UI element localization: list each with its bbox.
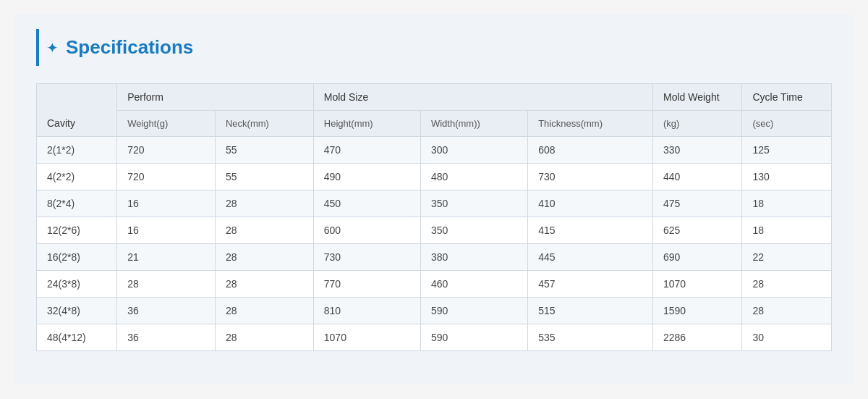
cell-cycletime: 125 [742,137,832,164]
cell-height: 810 [313,298,420,324]
table-row: 2(1*2)72055470300608330125 [37,137,832,164]
col-header-cycletime: Cycle Time [742,84,832,111]
cell-cycletime: 18 [742,217,832,244]
cell-cavity: 16(2*8) [37,244,117,271]
cell-moldweight: 1590 [653,298,742,324]
col-sub-width: Width(mm)) [420,111,527,137]
cell-width: 380 [420,244,527,271]
cell-cavity: 2(1*2) [37,137,117,164]
cell-width: 590 [420,324,527,351]
cell-moldweight: 625 [653,217,742,244]
cell-weight: 16 [117,190,216,217]
table-body: 2(1*2)720554703006083301254(2*2)72055490… [37,137,832,351]
cell-width: 480 [420,164,527,190]
cell-cavity: 24(3*8) [37,271,117,298]
cell-height: 450 [313,190,420,217]
cell-cycletime: 28 [742,271,832,298]
cell-thickness: 730 [528,164,653,190]
col-header-moldweight: Mold Weight [653,84,742,111]
cell-neck: 55 [215,137,313,164]
cell-thickness: 415 [528,217,653,244]
cell-width: 350 [420,190,527,217]
col-sub-height: Height(mm) [313,111,420,137]
cell-cavity: 12(2*6) [37,217,117,244]
cell-height: 770 [313,271,420,298]
cell-width: 300 [420,137,527,164]
cell-weight: 36 [117,324,216,351]
cell-moldweight: 1070 [653,271,742,298]
col-sub-kg: (kg) [653,111,742,137]
table-row: 8(2*4)162845035041047518 [37,190,832,217]
table-row: 32(4*8)3628810590515159028 [37,298,832,324]
cell-width: 590 [420,298,527,324]
col-sub-sec: (sec) [742,111,832,137]
cell-neck: 55 [215,164,313,190]
cell-weight: 28 [117,271,216,298]
cell-moldweight: 690 [653,244,742,271]
cell-width: 350 [420,217,527,244]
cell-moldweight: 475 [653,190,742,217]
table-row: 24(3*8)2828770460457107028 [37,271,832,298]
cell-cavity: 32(4*8) [37,298,117,324]
cell-neck: 28 [215,324,313,351]
header-row-1: Cavity Perform Mold Size Mold Weight Cyc… [37,84,832,111]
cell-cycletime: 130 [742,164,832,190]
col-sub-weight: Weight(g) [117,111,216,137]
diamond-icon: ✦ [46,39,59,56]
cell-weight: 36 [117,298,216,324]
table-row: 4(2*2)72055490480730440130 [37,164,832,190]
cell-cycletime: 28 [742,298,832,324]
section-header: ✦ Specifications [36,29,832,66]
cell-thickness: 515 [528,298,653,324]
col-header-perform: Perform [117,84,314,111]
cell-height: 730 [313,244,420,271]
cell-cavity: 8(2*4) [37,190,117,217]
cell-weight: 21 [117,244,216,271]
cell-neck: 28 [215,271,313,298]
cell-cycletime: 18 [742,190,832,217]
table-row: 16(2*8)212873038044569022 [37,244,832,271]
cell-moldweight: 2286 [653,324,742,351]
header-row-2: Weight(g) Neck(mm) Height(mm) Width(mm))… [37,111,832,137]
cell-thickness: 535 [528,324,653,351]
cell-cavity: 4(2*2) [37,164,117,190]
cell-neck: 28 [215,217,313,244]
cell-cycletime: 30 [742,324,832,351]
col-sub-thickness: Thickness(mm) [528,111,653,137]
table-row: 12(2*6)162860035041562518 [37,217,832,244]
col-header-moldsize: Mold Size [313,84,652,111]
cell-cavity: 48(4*12) [37,324,117,351]
cell-moldweight: 440 [653,164,742,190]
cell-thickness: 410 [528,190,653,217]
cell-neck: 28 [215,190,313,217]
col-sub-neck: Neck(mm) [215,111,313,137]
cell-thickness: 457 [528,271,653,298]
cell-width: 460 [420,271,527,298]
cell-height: 470 [313,137,420,164]
table-row: 48(4*12)36281070590535228630 [37,324,832,351]
cell-weight: 720 [117,137,216,164]
cell-height: 600 [313,217,420,244]
cell-weight: 16 [117,217,216,244]
cell-thickness: 608 [528,137,653,164]
page-container: ✦ Specifications Cavity Perform Mold Siz… [14,14,854,385]
cell-height: 490 [313,164,420,190]
cell-moldweight: 330 [653,137,742,164]
cell-neck: 28 [215,244,313,271]
cell-cycletime: 22 [742,244,832,271]
col-header-cavity: Cavity [37,84,117,137]
cell-height: 1070 [313,324,420,351]
specifications-table: Cavity Perform Mold Size Mold Weight Cyc… [36,83,832,351]
cell-neck: 28 [215,298,313,324]
cell-weight: 720 [117,164,216,190]
section-title: Specifications [66,36,193,59]
cell-thickness: 445 [528,244,653,271]
